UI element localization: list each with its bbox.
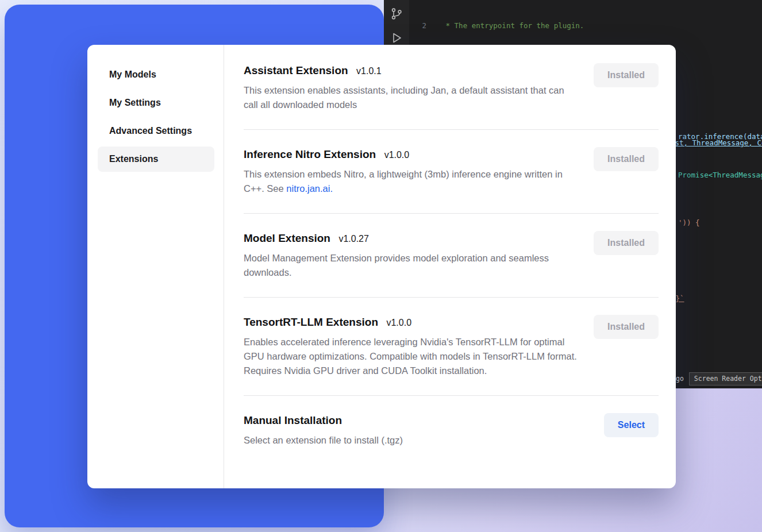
- status-text: go: [676, 374, 684, 384]
- manual-installation-row: Manual Installation Select an extension …: [244, 396, 659, 465]
- extension-row-nitro: Inference Nitro Extension v1.0.0 This ex…: [244, 130, 659, 214]
- extension-row-assistant: Assistant Extension v1.0.1 This extensio…: [244, 63, 659, 130]
- extension-version: v1.0.27: [338, 234, 368, 244]
- extension-version: v1.0.0: [386, 318, 411, 327]
- screen-reader-notice: Screen Reader Optimized: [689, 372, 762, 385]
- extension-title: Assistant Extension: [244, 64, 348, 76]
- extension-description: This extension embeds Nitro, a lightweig…: [244, 167, 580, 196]
- run-debug-icon: [390, 31, 403, 45]
- manual-installation-title: Manual Installation: [244, 414, 342, 426]
- extension-row-tensorrt: TensortRT-LLM Extension v1.0.0 Enables a…: [244, 298, 659, 396]
- extension-title: Model Extension: [244, 232, 330, 244]
- select-file-button[interactable]: Select: [604, 413, 659, 437]
- code-text: * The entrypoint for the plugin.: [426, 21, 584, 30]
- extension-title: TensortRT-LLM Extension: [244, 316, 378, 328]
- installed-button: Installed: [594, 63, 659, 87]
- code-fragment: ')) {: [678, 218, 700, 228]
- sidebar-item-advanced-settings[interactable]: Advanced Settings: [98, 118, 214, 144]
- code-line: 2 * The entrypoint for the plugin.: [409, 21, 762, 30]
- extensions-panel: Assistant Extension v1.0.1 This extensio…: [224, 45, 676, 488]
- extension-title: Inference Nitro Extension: [244, 148, 376, 160]
- settings-modal: My Models My Settings Advanced Settings …: [87, 45, 676, 488]
- extension-version: v1.0.1: [356, 66, 382, 76]
- sidebar-item-extensions[interactable]: Extensions: [98, 147, 214, 172]
- sidebar-item-my-models[interactable]: My Models: [98, 62, 214, 87]
- code-fragment: Promise<ThreadMessage>: [678, 170, 762, 180]
- installed-button: Installed: [594, 147, 659, 171]
- settings-sidebar: My Models My Settings Advanced Settings …: [87, 45, 224, 488]
- manual-installation-description: Select an extension file to install (.tg…: [244, 433, 403, 448]
- extension-description: Model Management Extension provides mode…: [244, 251, 580, 280]
- sidebar-item-my-settings[interactable]: My Settings: [98, 90, 214, 115]
- line-number: 2: [409, 21, 426, 30]
- editor-status-row: go Screen Reader Optimized: [676, 372, 762, 385]
- extension-description: Enables accelerated inference leveraging…: [244, 335, 580, 378]
- extension-row-model: Model Extension v1.0.27 Model Management…: [244, 214, 659, 298]
- extension-version: v1.0.0: [384, 150, 410, 160]
- code-fragment: rator.inference(data));: [678, 132, 762, 141]
- source-control-icon: [390, 7, 403, 21]
- nitro-jan-ai-link[interactable]: nitro.jan.ai.: [286, 183, 333, 194]
- extension-description: This extension enables assistants, inclu…: [244, 83, 580, 112]
- installed-button: Installed: [594, 231, 659, 255]
- installed-button: Installed: [594, 315, 659, 339]
